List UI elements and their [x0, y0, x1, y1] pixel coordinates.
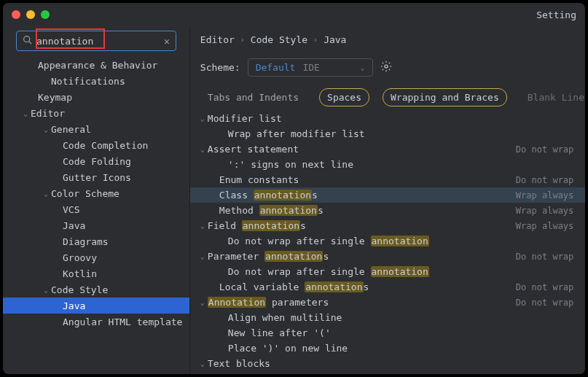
sidebar-item[interactable]: Angular HTML template — [3, 314, 189, 330]
sidebar-item-label: Appearance & Behavior — [38, 60, 157, 71]
option-label: Place ')' on new line — [228, 343, 511, 354]
svg-point-0 — [24, 36, 30, 42]
chevron-down-icon: ⌄ — [41, 190, 51, 198]
sidebar-item[interactable]: ⌄Color Scheme — [3, 185, 189, 201]
option-status: Wrap always — [511, 221, 585, 231]
scheme-select[interactable]: Default IDE ⌄ — [248, 58, 373, 77]
option-row[interactable]: Do not wrap after single annotation — [190, 233, 585, 249]
sidebar-item-label: Angular HTML template — [63, 316, 182, 327]
sidebar-item[interactable]: Java — [3, 217, 189, 233]
option-label: Modifier list — [208, 113, 511, 124]
breadcrumb-item[interactable]: Code Style — [251, 34, 307, 45]
breadcrumb-item[interactable]: Java — [324, 34, 346, 45]
sidebar-item[interactable]: ⌄Code Style — [3, 281, 189, 298]
sidebar-item[interactable]: ⌄Editor — [3, 105, 189, 121]
option-row[interactable]: Class annotationsWrap always — [190, 187, 585, 203]
options-list: ⌄Modifier listWrap after modifier list⌄A… — [190, 111, 585, 374]
chevron-down-icon: ⌄ — [41, 125, 51, 133]
chevron-down-icon: ⌄ — [361, 63, 365, 71]
option-label: Align when multiline — [228, 312, 511, 323]
sidebar-item[interactable]: Kotlin — [3, 265, 189, 281]
clear-search-icon[interactable]: ✕ — [164, 36, 170, 47]
sidebar-item[interactable]: Code Completion — [3, 137, 189, 153]
option-label: Parameter annotations — [208, 251, 511, 262]
option-row[interactable]: Wrap after modifier list — [190, 126, 585, 141]
option-label: New line after '(' — [228, 327, 511, 338]
minimize-icon[interactable] — [26, 10, 35, 19]
option-row[interactable]: Place ')' on new line — [190, 341, 585, 356]
search-input-wrap[interactable]: ✕ — [16, 31, 176, 51]
sidebar-item-label: Color Scheme — [51, 188, 119, 199]
chevron-down-icon: ⌄ — [197, 359, 208, 368]
option-row[interactable]: ⌄Assert statementDo not wrap — [190, 141, 585, 157]
option-row[interactable]: ⌄Parameter annotationsDo not wrap — [190, 249, 585, 264]
option-status: Do not wrap — [511, 144, 585, 155]
sidebar-item-label: Notifications — [51, 76, 125, 87]
tab[interactable]: Blank Lines — [520, 89, 585, 106]
option-status: Wrap always — [511, 190, 585, 201]
sidebar-item[interactable]: VCS — [3, 201, 189, 217]
main-pane: ✕ Appearance & BehaviorNotificationsKeym… — [3, 26, 585, 374]
option-label: Enum constants — [219, 174, 511, 185]
titlebar: Setting — [3, 3, 585, 26]
close-icon[interactable] — [12, 10, 20, 19]
option-row[interactable]: Local variable annotationsDo not wrap — [190, 279, 585, 295]
option-label: Do not wrap after single annotation — [228, 236, 511, 246]
maximize-icon[interactable] — [41, 10, 50, 19]
tab[interactable]: Wrapping and Braces — [383, 88, 507, 106]
sidebar-item-label: Diagrams — [63, 236, 109, 247]
sidebar-item-label: VCS — [63, 204, 79, 215]
sidebar-item[interactable]: Appearance & Behavior — [3, 57, 189, 73]
sidebar-item[interactable]: Keymap — [3, 89, 189, 105]
chevron-down-icon: ⌄ — [20, 109, 31, 117]
window-title: Setting — [536, 9, 576, 20]
option-row[interactable]: ⌄Annotation parametersDo not wrap — [190, 295, 585, 310]
sidebar-item-label: General — [51, 124, 91, 135]
option-label: Method annotations — [219, 205, 511, 216]
sidebar-item-label: Code Completion — [63, 140, 148, 151]
svg-line-1 — [29, 42, 31, 44]
search-input[interactable] — [36, 36, 160, 47]
scheme-label: Scheme: — [200, 62, 240, 73]
breadcrumb-item[interactable]: Editor — [200, 34, 235, 45]
option-row[interactable]: Do not wrap after single annotation — [190, 264, 585, 279]
option-status: Wrap always — [511, 206, 585, 216]
chevron-down-icon: ⌄ — [197, 114, 208, 123]
option-row[interactable]: Method annotationsWrap always — [190, 203, 585, 218]
option-row[interactable]: New line after '(' — [190, 325, 585, 341]
settings-tree: Appearance & BehaviorNotificationsKeymap… — [3, 57, 189, 374]
traffic-lights — [12, 10, 50, 19]
svg-point-2 — [385, 65, 388, 68]
chevron-down-icon: ⌄ — [197, 145, 208, 153]
option-row[interactable]: Enum constantsDo not wrap — [190, 172, 585, 187]
sidebar-item[interactable]: Notifications — [3, 73, 189, 89]
option-label: ':' signs on next line — [228, 159, 511, 170]
tab-bar: Tabs and IndentsSpacesWrapping and Brace… — [190, 88, 585, 111]
tab[interactable]: Spaces — [319, 88, 369, 106]
sidebar-item[interactable]: ⌄General — [3, 121, 189, 137]
tab[interactable]: Tabs and Indents — [200, 89, 306, 106]
option-row[interactable]: ':' signs on next line — [190, 157, 585, 172]
option-row[interactable]: Align when multiline — [190, 310, 585, 325]
option-row[interactable]: ⌄Field annotationsWrap always — [190, 218, 585, 233]
option-status: Do not wrap — [511, 298, 585, 308]
chevron-down-icon: ⌄ — [197, 222, 208, 230]
option-status: Do not wrap — [511, 282, 585, 292]
sidebar-item-label: Java — [63, 220, 85, 231]
sidebar-item[interactable]: Diagrams — [3, 233, 189, 249]
option-status: Do not wrap — [511, 175, 585, 185]
settings-window: Setting ✕ Appearance & BehaviorNotificat… — [3, 3, 585, 374]
breadcrumb: Editor › Code Style › Java — [190, 26, 585, 53]
sidebar-item[interactable]: Java — [3, 298, 189, 314]
gear-icon[interactable] — [380, 61, 392, 74]
option-row[interactable]: ⌄Text blocks — [190, 356, 585, 371]
chevron-down-icon: ⌄ — [197, 298, 208, 306]
content-pane: Editor › Code Style › Java Scheme: Defau… — [190, 26, 585, 374]
sidebar-item[interactable]: Code Folding — [3, 153, 189, 169]
scheme-scope: IDE — [302, 62, 319, 73]
chevron-right-icon: › — [240, 36, 245, 44]
option-row[interactable]: ⌄Modifier list — [190, 111, 585, 126]
sidebar-item-label: Gutter Icons — [63, 172, 131, 183]
sidebar-item[interactable]: Gutter Icons — [3, 169, 189, 185]
sidebar-item[interactable]: Groovy — [3, 249, 189, 265]
